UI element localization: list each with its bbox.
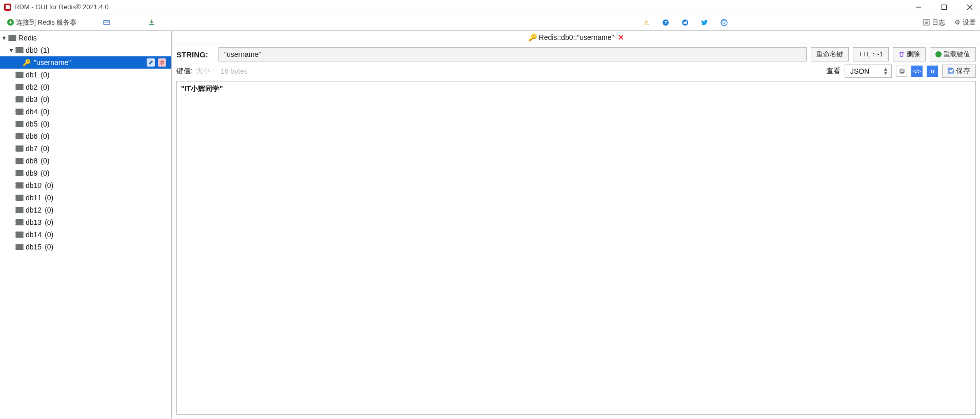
format-select[interactable]: JSON ▲▼	[845, 65, 892, 78]
tree-db[interactable]: db2(0)	[0, 81, 171, 93]
caret-icon	[8, 72, 14, 78]
save-button[interactable]: 保存	[942, 65, 976, 78]
caret-icon	[8, 84, 14, 90]
log-label: 日志	[932, 18, 945, 27]
value-text: "IT小辉同学"	[181, 85, 223, 93]
import-icon[interactable]	[145, 19, 158, 26]
value-label: 键值:	[176, 67, 193, 76]
log-button[interactable]: 日志	[923, 18, 945, 27]
tree-key[interactable]: 🔑"username"	[0, 56, 171, 69]
maximize-button[interactable]	[938, 1, 950, 13]
help-icon[interactable]: ?	[662, 18, 670, 27]
tab-close-button[interactable]: ✕	[618, 33, 624, 41]
key-name: "username"	[34, 58, 71, 67]
database-icon	[15, 170, 24, 176]
reload-value-button[interactable]: ↻ 重载键值	[930, 47, 976, 61]
reload-icon: ↻	[935, 51, 942, 57]
copy-button[interactable]	[896, 66, 907, 77]
delete-label: 删除	[907, 50, 920, 59]
db-count: (0)	[41, 132, 49, 140]
format-selected: JSON	[850, 67, 869, 75]
tree-db[interactable]: db5(0)	[0, 118, 171, 130]
database-icon	[15, 182, 24, 188]
connect-button[interactable]: + 连接到 Redis 服务器	[4, 16, 79, 29]
floppy-icon	[948, 67, 954, 75]
db-name: db14	[26, 231, 42, 239]
view-label: 查看	[826, 67, 841, 76]
tree-db[interactable]: db8(0)	[0, 155, 171, 167]
database-icon	[15, 158, 24, 164]
svg-rect-17	[931, 70, 932, 73]
delete-key-button[interactable]: 删除	[893, 47, 926, 61]
db-name: db15	[26, 243, 42, 251]
delete-key-button[interactable]	[158, 58, 166, 67]
save-label: 保存	[956, 67, 970, 76]
minimize-button[interactable]	[912, 1, 925, 13]
db-name: db0	[26, 46, 37, 54]
tab-active[interactable]: 🔑 Redis::db0::"username" ✕	[528, 33, 625, 41]
tree-db[interactable]: db11(0)	[0, 192, 171, 204]
db-count: (0)	[45, 231, 53, 239]
tree-db[interactable]: ▼db0(1)	[0, 44, 171, 56]
key-icon: 🔑	[528, 33, 537, 41]
titlebar: RDM - GUI for Redis® 2021.4.0	[0, 0, 980, 14]
tree-db[interactable]: db6(0)	[0, 130, 171, 142]
caret-icon	[8, 219, 14, 225]
caret-down-icon: ▼	[1, 35, 7, 41]
github-icon[interactable]	[720, 18, 728, 27]
code-format-button[interactable]: </>	[911, 66, 923, 77]
caret-icon	[8, 158, 14, 164]
db-count: (0)	[41, 157, 49, 165]
db-count: (0)	[41, 95, 49, 103]
telegram-icon[interactable]	[681, 18, 689, 27]
toolbar: + 连接到 Redis 服务器 ⚠ ?	[0, 14, 980, 31]
caret-icon	[8, 121, 14, 127]
settings-button[interactable]: ⚙ 设置	[954, 18, 976, 27]
tree-connection[interactable]: ▼ Redis	[0, 32, 171, 44]
tree-db[interactable]: db1(0)	[0, 69, 171, 81]
key-value-button[interactable]	[927, 66, 938, 77]
close-button[interactable]	[964, 1, 976, 13]
caret-icon	[8, 207, 14, 213]
db-name: db7	[26, 144, 37, 153]
caret-icon	[8, 182, 14, 188]
tree-db[interactable]: db10(0)	[0, 179, 171, 192]
value-editor[interactable]: "IT小辉同学"	[176, 81, 976, 415]
edit-key-button[interactable]	[147, 58, 155, 67]
db-name: db10	[26, 181, 42, 190]
twitter-icon[interactable]	[701, 18, 709, 27]
plus-icon: +	[7, 19, 14, 26]
connection-tree[interactable]: ▼ Redis ▼db0(1) 🔑"username" db1(0) db2(0…	[0, 31, 172, 419]
key-name-field[interactable]: "username"	[218, 47, 807, 61]
reload-label: 重载键值	[944, 50, 970, 59]
chevron-updown-icon: ▲▼	[883, 67, 888, 75]
tree-db[interactable]: db9(0)	[0, 167, 171, 179]
db-name: db3	[26, 95, 37, 103]
svg-rect-1	[942, 5, 947, 9]
db-count: (0)	[41, 83, 49, 91]
caret-icon	[8, 170, 14, 176]
database-icon	[15, 96, 24, 102]
svg-rect-19	[949, 68, 952, 70]
database-icon	[15, 109, 24, 115]
database-icon	[15, 232, 24, 238]
warning-icon[interactable]: ⚠	[642, 18, 650, 27]
caret-icon: ▼	[8, 47, 14, 53]
trash-icon	[898, 51, 905, 57]
tree-db[interactable]: db14(0)	[0, 228, 171, 241]
tree-db[interactable]: db13(0)	[0, 216, 171, 228]
tree-db[interactable]: db12(0)	[0, 204, 171, 216]
caret-icon	[8, 195, 14, 201]
card-icon[interactable]	[100, 19, 113, 26]
database-icon	[15, 47, 24, 53]
tree-db[interactable]: db7(0)	[0, 142, 171, 155]
tree-db[interactable]: db15(0)	[0, 241, 171, 253]
tree-db[interactable]: db3(0)	[0, 93, 171, 106]
svg-rect-4	[104, 20, 110, 25]
caret-icon	[8, 232, 14, 238]
ttl-button[interactable]: TTL：-1	[853, 47, 889, 61]
database-icon	[15, 84, 24, 90]
db-count: (0)	[41, 71, 49, 79]
tree-db[interactable]: db4(0)	[0, 106, 171, 118]
rename-key-button[interactable]: 重命名键	[811, 47, 849, 61]
